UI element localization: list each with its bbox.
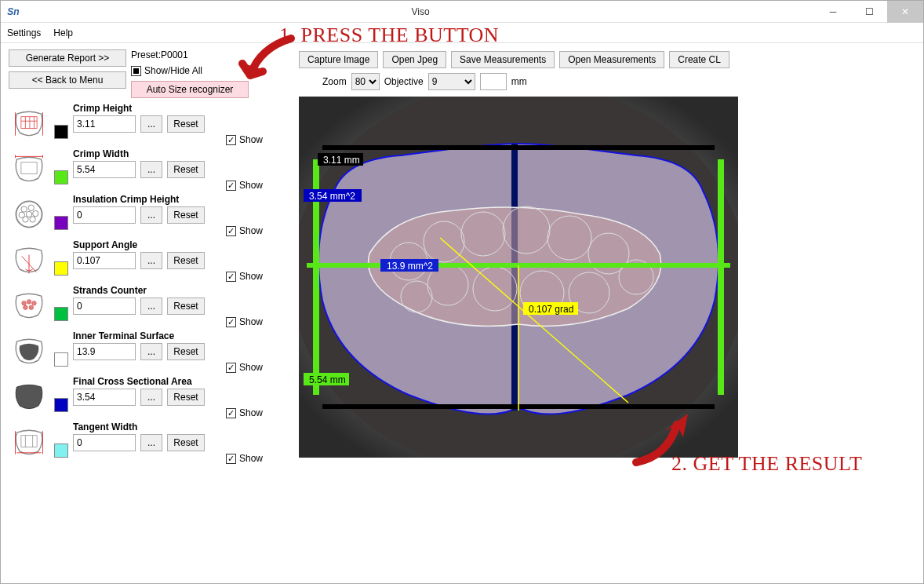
color-swatch[interactable] — [54, 216, 68, 230]
measurement-show-checkbox[interactable]: Show — [226, 134, 263, 145]
color-swatch[interactable] — [54, 261, 68, 276]
measurement-row: Strands Counter ... Reset Show — [9, 285, 283, 329]
svg-point-22 — [24, 305, 28, 310]
generate-report-button[interactable]: Generate Report >> — [9, 49, 126, 67]
measurement-label: Crimp Width — [73, 148, 283, 159]
measurement-value-input[interactable] — [73, 297, 136, 315]
measurement-row: Support Angle ... Reset Show — [9, 239, 283, 283]
show-hide-all-checkbox[interactable]: Show/Hide All — [131, 65, 249, 76]
measurement-show-checkbox[interactable]: Show — [226, 180, 263, 191]
color-swatch[interactable] — [54, 398, 68, 412]
measurement-reset-button[interactable]: Reset — [167, 434, 205, 451]
svg-point-12 — [33, 210, 38, 216]
measurement-reset-button[interactable]: Reset — [167, 252, 205, 269]
svg-point-19 — [22, 301, 27, 305]
mm-field[interactable] — [480, 73, 507, 90]
measurement-show-checkbox[interactable]: Show — [226, 225, 263, 236]
objective-select[interactable]: 9 — [428, 73, 475, 90]
arrow-1-icon — [236, 32, 299, 97]
ov-crimp-height: 3.11 mm — [320, 154, 363, 166]
measurement-label: Inner Terminal Surface — [73, 330, 283, 341]
ov-its: 13.9 mm^2 — [384, 260, 436, 272]
measurement-show-checkbox[interactable]: Show — [226, 453, 263, 464]
minimize-button[interactable]: ─ — [815, 1, 851, 23]
measurement-value-input[interactable] — [73, 115, 136, 133]
measurement-show-checkbox[interactable]: Show — [226, 362, 263, 373]
svg-point-13 — [30, 217, 35, 222]
measurement-reset-button[interactable]: Reset — [167, 161, 205, 178]
measurement-label: Support Angle — [73, 239, 283, 250]
measurement-reset-button[interactable]: Reset — [167, 115, 205, 133]
annotation-2: 2. GET THE RESULT — [671, 452, 862, 476]
measurement-value-input[interactable] — [73, 252, 136, 269]
svg-point-10 — [21, 206, 27, 212]
svg-point-20 — [27, 300, 31, 305]
measurement-value-input[interactable] — [73, 434, 136, 451]
window-title: Viso — [26, 6, 815, 17]
color-swatch[interactable] — [54, 352, 68, 367]
zoom-select[interactable]: 80 — [351, 73, 380, 90]
svg-rect-24 — [21, 436, 37, 447]
open-measurements-button[interactable]: Open Measurements — [559, 51, 664, 68]
back-to-menu-button[interactable]: << Back to Menu — [9, 71, 126, 89]
zoom-label: Zoom — [322, 76, 347, 87]
capture-image-button[interactable]: Capture Image — [299, 51, 378, 68]
menu-settings[interactable]: Settings — [7, 27, 41, 38]
svg-rect-0 — [21, 117, 37, 129]
measurement-show-checkbox[interactable]: Show — [226, 407, 263, 418]
create-cl-button[interactable]: Create CL — [669, 51, 729, 68]
svg-point-21 — [32, 301, 37, 305]
open-jpeg-button[interactable]: Open Jpeg — [383, 51, 446, 68]
app-logo-icon: Sn — [5, 4, 21, 20]
measurement-row: Tangent Width ... Reset Show — [9, 422, 283, 465]
measurement-reset-button[interactable]: Reset — [167, 206, 205, 224]
annotation-1: 1. PRESS THE BUTTON — [279, 24, 499, 47]
measurement-reset-button[interactable]: Reset — [167, 343, 205, 360]
color-swatch[interactable] — [54, 170, 68, 184]
measurement-options-button[interactable]: ... — [140, 115, 162, 133]
measurement-options-button[interactable]: ... — [140, 434, 162, 451]
svg-point-23 — [29, 305, 34, 310]
measurement-thumb-icon — [9, 103, 49, 144]
measurement-row: Crimp Height ... Reset Show — [9, 103, 283, 147]
measurement-row: Insulation Crimp Height ... Reset Show — [9, 194, 283, 238]
svg-point-11 — [28, 205, 34, 210]
image-view: 3.11 mm 3.54 mm^2 13.9 mm^2 0.107 grad 5… — [299, 97, 738, 458]
measurement-value-input[interactable] — [73, 389, 136, 406]
close-button[interactable]: ✕ — [887, 1, 923, 23]
measurement-show-checkbox[interactable]: Show — [226, 316, 263, 327]
save-measurements-button[interactable]: Save Measurements — [451, 51, 555, 68]
color-swatch[interactable] — [54, 125, 68, 139]
arrow-2-icon — [628, 409, 699, 474]
measurement-reset-button[interactable]: Reset — [167, 389, 205, 406]
measurement-reset-button[interactable]: Reset — [167, 297, 205, 315]
measurement-value-input[interactable] — [73, 343, 136, 360]
measurement-thumb-icon — [9, 422, 49, 462]
measurement-options-button[interactable]: ... — [140, 297, 162, 315]
preset-label: Preset:P0001 — [131, 49, 249, 60]
measurement-row: Inner Terminal Surface ... Reset Show — [9, 330, 283, 374]
measurement-options-button[interactable]: ... — [140, 161, 162, 178]
objective-label: Objective — [384, 76, 424, 87]
menu-help[interactable]: Help — [53, 27, 73, 38]
maximize-button[interactable]: ☐ — [851, 1, 887, 23]
measurement-options-button[interactable]: ... — [140, 343, 162, 360]
measurement-options-button[interactable]: ... — [140, 206, 162, 224]
measurement-thumb-icon — [9, 285, 49, 326]
color-swatch[interactable] — [54, 307, 68, 321]
measurement-options-button[interactable]: ... — [140, 389, 162, 406]
measurement-value-input[interactable] — [73, 161, 136, 178]
measurement-thumb-icon — [9, 330, 49, 371]
measurement-thumb-icon — [9, 194, 49, 235]
mm-label: mm — [511, 76, 527, 87]
measurement-label: Strands Counter — [73, 285, 283, 296]
svg-point-16 — [26, 211, 31, 217]
measurement-show-checkbox[interactable]: Show — [226, 271, 263, 282]
auto-size-recognizer-button[interactable]: Auto Size recognizer — [131, 81, 249, 98]
measurement-row: Crimp Width ... Reset Show — [9, 148, 283, 192]
measurement-options-button[interactable]: ... — [140, 252, 162, 269]
measurement-value-input[interactable] — [73, 206, 136, 224]
color-swatch[interactable] — [54, 443, 68, 458]
measurement-label: Final Cross Sectional Area — [73, 376, 283, 387]
measurement-thumb-icon — [9, 148, 49, 189]
